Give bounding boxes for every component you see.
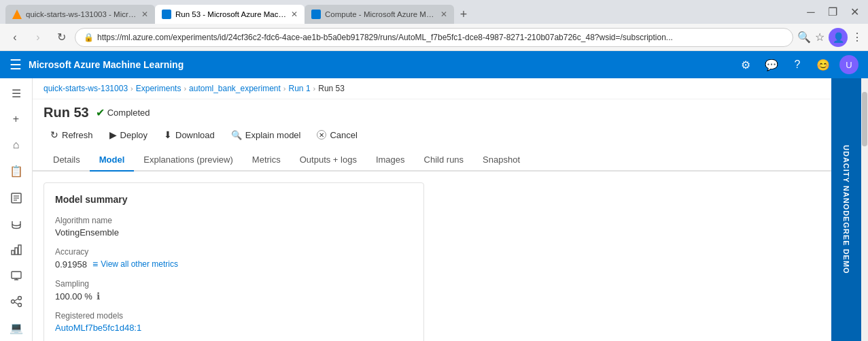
- sidebar-icon-experiments[interactable]: 📋: [3, 159, 30, 183]
- promo-panel[interactable]: UDACITY NANODEGREE DEMO: [831, 78, 861, 341]
- address-bar: ‹ › ↻ 🔒 https://ml.azure.com/experiments…: [0, 24, 868, 51]
- feedback-icon[interactable]: 😊: [814, 59, 833, 71]
- svg-rect-8: [12, 272, 21, 278]
- registered-models-link[interactable]: AutoMLf7be5fc1d48:1: [55, 323, 141, 333]
- sidebar-icon-notebooks[interactable]: [3, 186, 30, 210]
- algorithm-field: Algorithm name VotingEnsemble: [55, 216, 413, 238]
- tab3-title: Compute - Microsoft Azure Mac...: [325, 10, 436, 18]
- forward-button[interactable]: ›: [29, 31, 48, 44]
- bookmark-icon[interactable]: ☆: [815, 31, 824, 44]
- hamburger-icon[interactable]: ☰: [10, 56, 22, 73]
- page-header: Run 53 ✔ Completed: [33, 99, 831, 123]
- explain-icon: 🔍: [231, 130, 242, 140]
- accuracy-value: 0.91958: [55, 259, 87, 270]
- scroll-thumb[interactable]: [862, 92, 867, 146]
- main-layout: ☰ + ⌂ 📋 💻 quick-start: [0, 78, 868, 341]
- deploy-button[interactable]: ▶ Deploy: [103, 126, 154, 144]
- tab-metrics[interactable]: Metrics: [243, 149, 290, 172]
- sidebar-icon-add[interactable]: +: [3, 107, 30, 131]
- browser-tab-3[interactable]: Compute - Microsoft Azure Mac... ✕: [305, 5, 454, 24]
- address-input[interactable]: 🔒 https://ml.azure.com/experiments/id/24…: [75, 28, 793, 47]
- tab-images[interactable]: Images: [366, 149, 415, 172]
- registered-models-label: Registered models: [55, 311, 413, 321]
- maximize-button[interactable]: ❐: [824, 5, 841, 18]
- info-icon[interactable]: ℹ: [97, 291, 100, 302]
- browser-tabs: quick-starts-ws-131003 - Micros... ✕ Run…: [5, 0, 795, 24]
- breadcrumb-item-experiment[interactable]: automl_bank_experiment: [189, 84, 281, 93]
- svg-line-14: [14, 299, 18, 301]
- toolbar: ↻ Refresh ▶ Deploy ⬇ Download 🔍 Explain …: [33, 123, 831, 149]
- status-text: Completed: [107, 108, 150, 118]
- scrollbar[interactable]: [861, 78, 868, 341]
- refresh-button[interactable]: ↻ Refresh: [44, 126, 100, 144]
- tab-snapshot[interactable]: Snapshot: [473, 149, 530, 172]
- breadcrumb-sep-1: ›: [131, 84, 133, 93]
- tab1-title: quick-starts-ws-131003 - Micros...: [26, 10, 137, 18]
- new-tab-button[interactable]: +: [454, 5, 473, 24]
- download-button[interactable]: ⬇ Download: [157, 126, 222, 144]
- help-icon[interactable]: ?: [788, 59, 807, 71]
- chat-icon[interactable]: 💬: [762, 59, 781, 71]
- breadcrumb-sep-3: ›: [283, 84, 286, 93]
- sidebar-icon-home[interactable]: ⌂: [3, 133, 30, 157]
- sidebar-icon-models[interactable]: [3, 238, 30, 262]
- tab2-title: Run 53 - Microsoft Azure Machin...: [175, 10, 287, 18]
- model-summary-title: Model summary: [55, 194, 413, 205]
- close-button[interactable]: ✕: [846, 5, 863, 18]
- tab-model[interactable]: Model: [90, 149, 135, 172]
- app-container: ☰ Microsoft Azure Machine Learning ⚙ 💬 ?…: [0, 51, 868, 341]
- breadcrumb-sep-2: ›: [184, 84, 186, 93]
- breadcrumb-item-workspace[interactable]: quick-starts-ws-131003: [44, 84, 128, 93]
- sampling-value: 100.00 %: [55, 291, 92, 302]
- sidebar-icon-pipelines[interactable]: [3, 289, 30, 314]
- browser-tab-2[interactable]: Run 53 - Microsoft Azure Machin... ✕: [155, 5, 305, 24]
- explain-label: Explain model: [245, 130, 301, 140]
- app-header: ☰ Microsoft Azure Machine Learning ⚙ 💬 ?…: [0, 51, 868, 78]
- algorithm-label: Algorithm name: [55, 216, 413, 225]
- breadcrumb-item-run1[interactable]: Run 1: [289, 84, 311, 93]
- refresh-icon: ↻: [50, 129, 58, 140]
- menu-icon[interactable]: ⋮: [852, 31, 863, 44]
- deploy-label: Deploy: [120, 130, 147, 140]
- sidebar-icon-compute[interactable]: [3, 263, 30, 288]
- tab1-close[interactable]: ✕: [141, 10, 148, 19]
- cancel-label: Cancel: [330, 130, 357, 140]
- download-label: Download: [175, 130, 215, 140]
- view-metrics-link[interactable]: ≡ View all other metrics: [92, 259, 178, 270]
- tab-explanations[interactable]: Explanations (preview): [134, 149, 243, 172]
- address-icons: 🔍 ☆ 👤 ⋮: [797, 28, 863, 47]
- user-avatar[interactable]: 👤: [829, 28, 848, 47]
- svg-rect-5: [12, 250, 14, 255]
- sidebar-icon-data[interactable]: [3, 212, 30, 236]
- breadcrumb-item-experiments[interactable]: Experiments: [136, 84, 181, 93]
- sidebar-icon-endpoints[interactable]: 💻: [3, 315, 30, 340]
- tabs-bar: Details Model Explanations (preview) Met…: [33, 149, 831, 172]
- browser-titlebar: quick-starts-ws-131003 - Micros... ✕ Run…: [0, 0, 868, 24]
- refresh-label: Refresh: [62, 130, 93, 140]
- user-profile-avatar[interactable]: U: [839, 55, 858, 74]
- tab2-favicon: [162, 10, 171, 19]
- tab-outputs-logs[interactable]: Outputs + logs: [290, 149, 366, 172]
- explain-model-button[interactable]: 🔍 Explain model: [224, 127, 308, 144]
- tab3-close[interactable]: ✕: [440, 10, 447, 19]
- download-icon: ⬇: [164, 129, 172, 140]
- refresh-button[interactable]: ↻: [52, 31, 71, 44]
- cancel-button[interactable]: ✕ Cancel: [310, 127, 364, 144]
- search-icon[interactable]: 🔍: [797, 31, 811, 44]
- settings-icon[interactable]: ⚙: [736, 59, 755, 71]
- page-title: Run 53: [44, 105, 89, 120]
- model-summary-box: Model summary Algorithm name VotingEnsem…: [44, 182, 424, 341]
- back-button[interactable]: ‹: [5, 31, 24, 44]
- svg-rect-7: [18, 245, 21, 255]
- left-sidebar: ☰ + ⌂ 📋 💻: [0, 78, 33, 341]
- minimize-button[interactable]: ─: [803, 6, 819, 18]
- tab-child-runs[interactable]: Child runs: [415, 149, 474, 172]
- sidebar-icon-menu[interactable]: ☰: [3, 81, 30, 105]
- browser-tab-1[interactable]: quick-starts-ws-131003 - Micros... ✕: [5, 5, 155, 24]
- svg-point-13: [18, 304, 21, 307]
- svg-rect-6: [15, 248, 18, 255]
- metrics-icon: ≡: [92, 259, 98, 270]
- sampling-label: Sampling: [55, 279, 413, 289]
- tab2-close[interactable]: ✕: [291, 10, 298, 19]
- tab-details[interactable]: Details: [44, 149, 90, 172]
